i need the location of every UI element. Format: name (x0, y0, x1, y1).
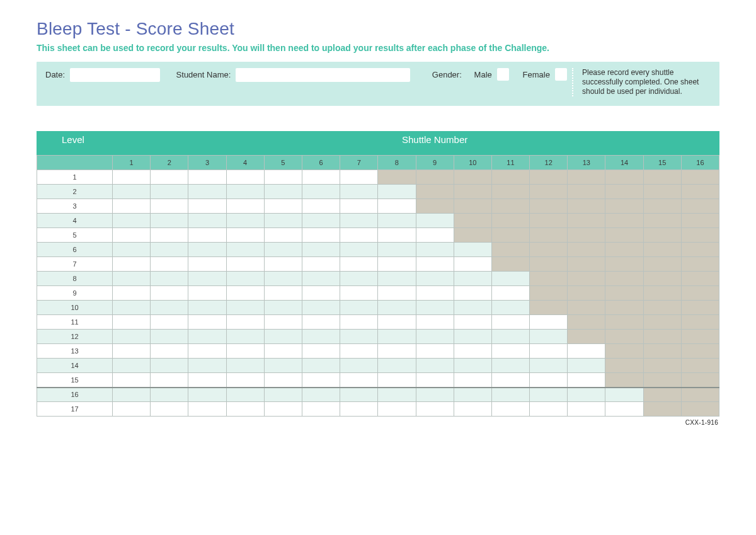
shuttle-cell[interactable] (378, 243, 416, 257)
shuttle-cell[interactable] (226, 170, 264, 185)
shuttle-cell[interactable] (226, 388, 264, 402)
shuttle-cell[interactable] (530, 388, 568, 402)
shuttle-cell[interactable] (378, 185, 416, 199)
shuttle-cell[interactable] (378, 373, 416, 388)
shuttle-cell[interactable] (454, 272, 491, 286)
shuttle-cell[interactable] (302, 272, 340, 286)
shuttle-cell[interactable] (491, 402, 529, 417)
shuttle-cell[interactable] (340, 373, 378, 388)
shuttle-cell[interactable] (151, 185, 188, 199)
shuttle-cell[interactable] (568, 359, 605, 373)
shuttle-cell[interactable] (188, 272, 226, 286)
shuttle-cell[interactable] (340, 199, 378, 214)
shuttle-cell[interactable] (454, 344, 491, 359)
shuttle-cell[interactable] (264, 257, 302, 272)
shuttle-cell[interactable] (151, 228, 188, 243)
shuttle-cell[interactable] (340, 286, 378, 301)
shuttle-cell[interactable] (188, 359, 226, 373)
shuttle-cell[interactable] (151, 286, 188, 301)
shuttle-cell[interactable] (151, 359, 188, 373)
shuttle-cell[interactable] (378, 344, 416, 359)
shuttle-cell[interactable] (416, 228, 454, 243)
shuttle-cell[interactable] (302, 344, 340, 359)
shuttle-cell[interactable] (226, 402, 264, 417)
shuttle-cell[interactable] (188, 301, 226, 315)
shuttle-cell[interactable] (188, 214, 226, 228)
shuttle-cell[interactable] (113, 373, 151, 388)
shuttle-cell[interactable] (302, 315, 340, 330)
shuttle-cell[interactable] (264, 402, 302, 417)
shuttle-cell[interactable] (416, 286, 454, 301)
shuttle-cell[interactable] (226, 344, 264, 359)
shuttle-cell[interactable] (416, 359, 454, 373)
shuttle-cell[interactable] (491, 272, 529, 286)
shuttle-cell[interactable] (113, 185, 151, 199)
shuttle-cell[interactable] (264, 214, 302, 228)
shuttle-cell[interactable] (378, 257, 416, 272)
shuttle-cell[interactable] (113, 286, 151, 301)
shuttle-cell[interactable] (416, 373, 454, 388)
shuttle-cell[interactable] (226, 272, 264, 286)
shuttle-cell[interactable] (188, 185, 226, 199)
shuttle-cell[interactable] (113, 228, 151, 243)
male-checkbox[interactable] (497, 68, 509, 81)
shuttle-cell[interactable] (340, 388, 378, 402)
shuttle-cell[interactable] (264, 286, 302, 301)
shuttle-cell[interactable] (264, 373, 302, 388)
shuttle-cell[interactable] (605, 402, 643, 417)
shuttle-cell[interactable] (491, 330, 529, 344)
shuttle-cell[interactable] (113, 214, 151, 228)
shuttle-cell[interactable] (530, 402, 568, 417)
shuttle-cell[interactable] (340, 170, 378, 185)
female-checkbox[interactable] (555, 68, 567, 81)
shuttle-cell[interactable] (264, 185, 302, 199)
shuttle-cell[interactable] (491, 344, 529, 359)
shuttle-cell[interactable] (340, 257, 378, 272)
shuttle-cell[interactable] (416, 388, 454, 402)
shuttle-cell[interactable] (226, 257, 264, 272)
shuttle-cell[interactable] (302, 330, 340, 344)
shuttle-cell[interactable] (151, 214, 188, 228)
shuttle-cell[interactable] (188, 257, 226, 272)
shuttle-cell[interactable] (264, 243, 302, 257)
shuttle-cell[interactable] (378, 315, 416, 330)
shuttle-cell[interactable] (188, 243, 226, 257)
shuttle-cell[interactable] (530, 344, 568, 359)
shuttle-cell[interactable] (605, 388, 643, 402)
shuttle-cell[interactable] (151, 257, 188, 272)
shuttle-cell[interactable] (264, 388, 302, 402)
shuttle-cell[interactable] (568, 388, 605, 402)
shuttle-cell[interactable] (416, 257, 454, 272)
shuttle-cell[interactable] (340, 185, 378, 199)
shuttle-cell[interactable] (188, 402, 226, 417)
shuttle-cell[interactable] (454, 402, 491, 417)
shuttle-cell[interactable] (188, 315, 226, 330)
shuttle-cell[interactable] (151, 199, 188, 214)
shuttle-cell[interactable] (454, 315, 491, 330)
shuttle-cell[interactable] (264, 315, 302, 330)
shuttle-cell[interactable] (454, 286, 491, 301)
shuttle-cell[interactable] (151, 344, 188, 359)
shuttle-cell[interactable] (378, 301, 416, 315)
shuttle-cell[interactable] (226, 228, 264, 243)
shuttle-cell[interactable] (226, 286, 264, 301)
shuttle-cell[interactable] (188, 373, 226, 388)
shuttle-cell[interactable] (530, 315, 568, 330)
shuttle-cell[interactable] (416, 301, 454, 315)
shuttle-cell[interactable] (302, 170, 340, 185)
shuttle-cell[interactable] (340, 243, 378, 257)
shuttle-cell[interactable] (340, 301, 378, 315)
shuttle-cell[interactable] (302, 228, 340, 243)
shuttle-cell[interactable] (454, 388, 491, 402)
shuttle-cell[interactable] (188, 199, 226, 214)
shuttle-cell[interactable] (113, 272, 151, 286)
shuttle-cell[interactable] (340, 214, 378, 228)
shuttle-cell[interactable] (340, 402, 378, 417)
shuttle-cell[interactable] (226, 243, 264, 257)
shuttle-cell[interactable] (416, 243, 454, 257)
shuttle-cell[interactable] (302, 301, 340, 315)
shuttle-cell[interactable] (454, 359, 491, 373)
shuttle-cell[interactable] (113, 402, 151, 417)
shuttle-cell[interactable] (454, 373, 491, 388)
shuttle-cell[interactable] (491, 301, 529, 315)
